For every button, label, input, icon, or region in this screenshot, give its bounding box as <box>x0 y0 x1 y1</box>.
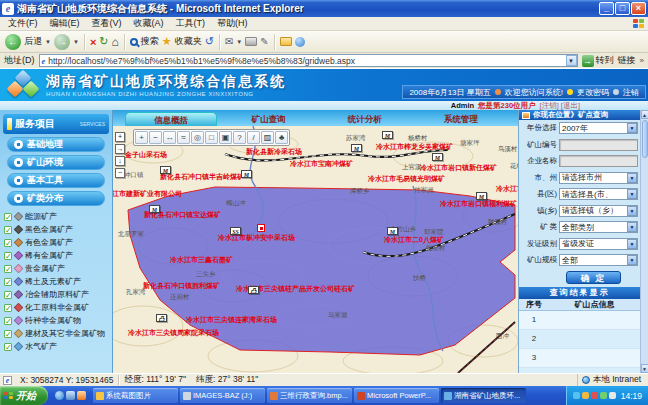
tab-4[interactable]: 系统管理 <box>416 112 506 126</box>
mineral-layer-item[interactable]: ✓冶金辅助原料矿产 <box>0 288 112 301</box>
go-arrow-icon[interactable]: → <box>582 55 594 67</box>
checkbox-checked-icon[interactable]: ✓ <box>4 317 12 325</box>
mineral-layer-item[interactable]: ✓黑色金属矿产 <box>0 223 112 236</box>
dropdown-arrow-icon[interactable]: ▼ <box>627 239 637 249</box>
zoom-out-button[interactable]: − <box>149 131 162 144</box>
checkbox-checked-icon[interactable]: ✓ <box>4 291 12 299</box>
checkbox-checked-icon[interactable]: ✓ <box>4 213 12 221</box>
tray-icon[interactable] <box>591 392 598 399</box>
back-dropdown-icon[interactable]: ▼ <box>45 39 51 45</box>
taskbar-button[interactable]: 湖南省矿山地质环... <box>441 388 526 403</box>
mine-point-marker[interactable]: M <box>476 192 487 200</box>
result-table-row[interactable]: 1 <box>519 311 640 330</box>
checkbox-checked-icon[interactable]: ✓ <box>4 330 12 338</box>
mineral-layer-item[interactable]: ✓稀土及元素矿产 <box>0 275 112 288</box>
dropdown-arrow-icon[interactable]: ▼ <box>627 206 637 216</box>
scale-select[interactable]: 全部▼ <box>559 254 638 266</box>
town-select[interactable]: 请选择镇（乡）▼ <box>559 205 638 217</box>
page-scrollbar[interactable]: ▲ ▼ <box>640 110 648 373</box>
address-url[interactable]: http://localhost/%e7%9f%bf%e5%b1%b1%e5%9… <box>48 56 355 66</box>
menu-item[interactable]: 查看(V) <box>86 17 128 30</box>
back-label[interactable]: 后退 <box>24 35 42 48</box>
mineral-layer-item[interactable]: ✓贵金属矿产 <box>0 262 112 275</box>
quarry-symbol-marker[interactable]: 凸 <box>248 286 259 294</box>
maximize-button[interactable]: □ <box>615 2 630 15</box>
layers-button[interactable]: ♣ <box>275 131 288 144</box>
county-select[interactable]: 请选择县(市、▼ <box>559 188 638 200</box>
go-label[interactable]: 转到 <box>596 54 614 67</box>
checkbox-checked-icon[interactable]: ✓ <box>4 226 12 234</box>
submit-button[interactable]: 确 定 <box>566 271 621 284</box>
favorites-icon[interactable]: ★ <box>162 35 172 48</box>
selected-point-marker[interactable] <box>257 224 265 232</box>
scroll-up-icon[interactable]: ▲ <box>641 110 648 119</box>
full-extent-button[interactable]: ◎ <box>191 131 204 144</box>
mineral-layer-item[interactable]: ✓有色金属矿产 <box>0 236 112 249</box>
quick-launch-ie-icon[interactable] <box>55 391 64 400</box>
mineral-layer-item[interactable]: ✓建材及其它非金属矿物 <box>0 327 112 340</box>
logout-link[interactable]: 注销 <box>623 87 639 98</box>
back-icon[interactable]: ← <box>5 34 21 50</box>
address-dropdown-icon[interactable]: ▼ <box>566 55 577 66</box>
map-nav-pan-right[interactable]: → <box>115 144 125 154</box>
scroll-down-icon[interactable]: ▼ <box>641 364 648 373</box>
stop-icon[interactable]: × <box>90 36 96 48</box>
mineral-layer-item[interactable]: ✓稀有金属矿产 <box>0 249 112 262</box>
refresh-icon[interactable]: ↻ <box>99 35 108 48</box>
start-button[interactable]: 开始 <box>0 386 48 405</box>
menu-item[interactable]: 帮助(H) <box>211 17 254 30</box>
mail-icon[interactable]: ✉ <box>225 36 233 47</box>
forward-dropdown-icon[interactable]: ▼ <box>73 39 79 45</box>
favorites-label[interactable]: 收藏夹 <box>175 35 202 48</box>
menu-item[interactable]: 文件(F) <box>2 17 44 30</box>
taskbar-button[interactable]: Microsoft PowerP... <box>354 388 439 403</box>
year-select[interactable]: 2007年▼ <box>559 122 638 134</box>
identify-button[interactable]: ? <box>233 131 246 144</box>
checkbox-checked-icon[interactable]: ✓ <box>4 265 12 273</box>
taskbar-button[interactable]: 三维行政查询.bmp... <box>267 388 352 403</box>
draw-line-button[interactable]: / <box>247 131 260 144</box>
minimize-button[interactable]: _ <box>599 2 614 15</box>
sidebar-section-1[interactable]: 基础地理 <box>7 137 105 152</box>
mine-point-marker[interactable]: M <box>241 170 252 178</box>
tray-icon[interactable] <box>573 392 580 399</box>
address-input[interactable]: e http://localhost/%e7%9f%bf%e5%b1%b1%e5… <box>39 54 578 67</box>
mine-point-marker[interactable]: M <box>160 166 171 174</box>
print-icon[interactable] <box>245 37 257 46</box>
quick-launch-desktop-icon[interactable] <box>66 391 75 400</box>
page-scrollbar-thumb[interactable] <box>642 120 648 158</box>
sidebar-section-3[interactable]: 基本工具 <box>7 173 105 188</box>
select-polygon-button[interactable]: ▣ <box>219 131 232 144</box>
map-area[interactable]: 金子山采石场新化县新冷采石场冷水江市梓龙乡吴家煤矿冷水江市宝南冲煤矿冷水江市岩口… <box>113 126 518 373</box>
forward-icon[interactable]: → <box>54 34 70 50</box>
select-rect-button[interactable]: □ <box>205 131 218 144</box>
zoom-in-button[interactable]: + <box>135 131 148 144</box>
map-nav-zoom-in[interactable]: + <box>115 132 125 142</box>
mine-point-marker[interactable]: M <box>149 205 160 213</box>
dropdown-arrow-icon[interactable]: ▼ <box>627 189 637 199</box>
pan-button[interactable]: ↔ <box>163 131 176 144</box>
edit-icon[interactable]: ✎ <box>260 36 268 47</box>
map-nav-zoom-out[interactable]: − <box>115 168 125 178</box>
quarry-symbol-marker[interactable]: SS <box>230 227 241 235</box>
dropdown-arrow-icon[interactable]: ▼ <box>627 123 637 133</box>
tab-3[interactable]: 统计分析 <box>320 112 410 126</box>
mail-dropdown-icon[interactable]: ▼ <box>236 39 242 45</box>
quick-launch-media-icon[interactable] <box>77 391 86 400</box>
home-icon[interactable]: ⌂ <box>112 35 119 49</box>
search-icon[interactable] <box>130 38 138 46</box>
tray-icon[interactable] <box>609 392 616 399</box>
tab-2[interactable]: 矿山查询 <box>223 112 313 126</box>
result-table-row[interactable]: 2 <box>519 330 640 349</box>
taskbar-button[interactable]: IMAGES-BAZ (J:) <box>180 388 265 403</box>
mine-number-input[interactable] <box>559 139 638 151</box>
checkbox-checked-icon[interactable]: ✓ <box>4 252 12 260</box>
dropdown-arrow-icon[interactable]: ▼ <box>627 173 637 183</box>
license-level-select[interactable]: 省级发证▼ <box>559 238 638 250</box>
sidebar-section-2[interactable]: 矿山环境 <box>7 155 105 170</box>
change-password-link[interactable]: 更改密码 <box>577 87 609 98</box>
clear-button[interactable]: ▨ <box>261 131 274 144</box>
search-label[interactable]: 搜索 <box>141 35 159 48</box>
links-chevron-icon[interactable]: » <box>640 56 644 65</box>
mineral-layer-item[interactable]: ✓特种非金属矿物 <box>0 314 112 327</box>
